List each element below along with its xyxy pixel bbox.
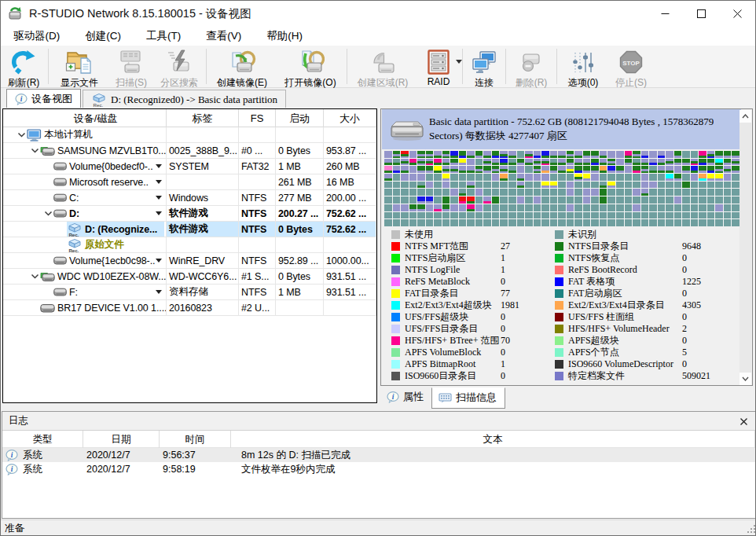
log-close-icon[interactable] (737, 415, 750, 428)
tree-row-9[interactable]: WDC WD10EZEX-08W...WD-WCC6Y6...#1 S...0 … (3, 269, 376, 285)
tree-row-11[interactable]: BR17 DEVICE V1.00 1....20160823#2 U... (3, 300, 376, 316)
legend-swatch (391, 336, 400, 345)
tree-row-8[interactable]: Volume{1ecb0c98-..WinRE_DRVNTFS952.89 ..… (3, 253, 376, 269)
view-tab-1[interactable]: Rec. D: (Recognized0) -> Basic data part… (83, 90, 286, 108)
toolbar-button-11: STOP 停止(S) (607, 46, 655, 87)
title-bar[interactable]: R-STUDIO Network 8.15.180015 - 设备视图 (1, 1, 755, 26)
legend-row-left-0: 未使用 (391, 229, 433, 240)
tree-row-4[interactable]: C:WindowsNTFS277 MB200.00 ... (3, 190, 376, 206)
legend-label: APFS BitmapRoot (405, 358, 475, 370)
block-cell (666, 151, 673, 158)
view-tab-bar: i 设备视图 Rec. D: (Recognized0) -> Basic da… (1, 88, 755, 108)
toolbar-button-1[interactable]: 显示文件 (50, 46, 108, 87)
tree-row-2[interactable]: Volume{0bedecf0-..SYSTEMFAT321 MB260 MB (3, 159, 376, 174)
block-cell (616, 151, 624, 158)
scan-scrollbar[interactable] (739, 110, 751, 385)
tree-row-0[interactable]: 本地计算机 (3, 127, 376, 143)
log-column-header-2[interactable]: 时间 (160, 431, 231, 448)
tree-row-5[interactable]: D:软件游戏NTFS200.27 ...752.62 ... (3, 206, 376, 222)
block-cell (450, 182, 458, 189)
chevron-down-icon[interactable] (30, 274, 40, 279)
scroll-up-button[interactable] (739, 110, 751, 123)
close-button[interactable] (719, 1, 755, 26)
tree-column-header-4[interactable]: 大小 (324, 109, 376, 127)
block-cell (483, 166, 491, 173)
block-cell (682, 204, 690, 211)
tree-column-header-3[interactable]: 启动 (276, 109, 324, 127)
row-dropdown-arrow[interactable] (156, 196, 162, 200)
block-cell (401, 189, 409, 196)
block-cell (401, 204, 409, 211)
block-cell (401, 159, 409, 166)
device-name: BR17 DEVICE V1.00 1.... (57, 303, 167, 314)
menu-item-0[interactable]: 驱动器(D) (1, 26, 72, 46)
log-column-header-1[interactable]: 日期 (83, 431, 160, 448)
toolbar-separator (505, 49, 506, 84)
block-cell (591, 212, 599, 219)
block-cell (550, 189, 558, 196)
menu-item-2[interactable]: 工具(T) (134, 26, 193, 46)
block-cell (616, 212, 624, 219)
scan-block-map[interactable] (384, 151, 739, 226)
menu-item-4[interactable]: 帮助(H) (254, 26, 315, 46)
scan-tab-0[interactable]: i 属性 (380, 387, 431, 407)
tree-row-10[interactable]: F:资料存储NTFS1 MB931.51 ... (3, 285, 376, 300)
view-tab-0[interactable]: i 设备视图 (6, 89, 81, 108)
row-dropdown-arrow[interactable] (156, 180, 162, 184)
block-cell (591, 204, 599, 211)
block-cell (732, 151, 739, 158)
block-cell (442, 204, 450, 211)
block-cell (525, 204, 533, 211)
device-name: F: (69, 287, 78, 298)
row-dropdown-arrow[interactable] (156, 290, 162, 294)
fs-cell: #2 U... (239, 300, 276, 316)
menu-item-3[interactable]: 查看(V) (193, 26, 254, 46)
log-column-header-3[interactable]: 文本 (231, 431, 755, 448)
log-row-0[interactable]: i 系统2020/12/79:56:378m 12s 的 D: 扫描已完成 (2, 448, 755, 462)
log-column-header-0[interactable]: 类型 (2, 431, 83, 448)
toolbar-button-5[interactable]: 打开镜像(O) (276, 46, 345, 87)
resize-grip[interactable] (747, 524, 756, 536)
scroll-down-button[interactable] (739, 373, 751, 385)
block-cell (434, 204, 442, 211)
row-dropdown-arrow[interactable] (156, 164, 162, 168)
block-cell (732, 189, 739, 196)
toolbar-button-0[interactable]: 刷新(R) (1, 46, 46, 87)
block-cell (475, 182, 483, 189)
toolbar-button-8[interactable]: 连接 (464, 46, 504, 87)
rec-icon: Rec. (67, 222, 83, 237)
tree-column-header-0[interactable]: 设备/磁盘 (3, 109, 167, 127)
tree-row-3[interactable]: Microsoft reserve..261 MB16 MB (3, 174, 376, 190)
block-cell (600, 151, 607, 158)
maximize-button[interactable] (683, 1, 719, 26)
toolbar-button-4[interactable]: 创建镜像(E) (208, 46, 276, 87)
chevron-down-icon[interactable] (30, 148, 40, 153)
scan-tab-1[interactable]: 扫描信息 (431, 387, 505, 409)
menu-item-1[interactable]: 创建(C) (72, 26, 134, 46)
block-cell (409, 196, 417, 204)
label-cell: SYSTEM (167, 159, 239, 174)
start-cell: 261 MB (276, 174, 324, 190)
block-cell (649, 204, 657, 211)
block-cell (674, 159, 682, 166)
tree-row-6[interactable]: Rec. D: (Recognize...软件游戏NTFS0 Bytes752.… (3, 222, 376, 237)
tree-column-header-1[interactable]: 标签 (167, 109, 239, 127)
block-cell (409, 159, 417, 166)
tree-row-1[interactable]: SAMSUNG MZVLB1T0...0025_388B_9...#0 ...0… (3, 143, 376, 159)
block-cell (649, 189, 657, 196)
chevron-down-icon[interactable] (43, 211, 53, 216)
log-row-1[interactable]: i 系统2020/12/79:58:19文件枚举在9秒内完成 (2, 462, 755, 476)
start-cell: 0 Bytes (276, 222, 324, 237)
row-dropdown-arrow[interactable] (156, 259, 162, 262)
toolbar-button-10[interactable]: 选项(0) (559, 46, 607, 87)
block-cell (384, 166, 392, 173)
row-dropdown-arrow[interactable] (156, 211, 162, 215)
tree-column-header-2[interactable]: FS (239, 109, 276, 127)
toolbar-button-7[interactable]: RAID (417, 46, 461, 87)
block-cell (658, 196, 666, 204)
tree-row-7[interactable]: Rec. 原始文件 (3, 237, 376, 253)
legend-row-right-0: 未识别 (555, 229, 596, 240)
raid-dropdown-arrow[interactable] (456, 60, 462, 64)
minimize-button[interactable] (647, 1, 683, 26)
chevron-down-icon[interactable] (17, 132, 27, 138)
